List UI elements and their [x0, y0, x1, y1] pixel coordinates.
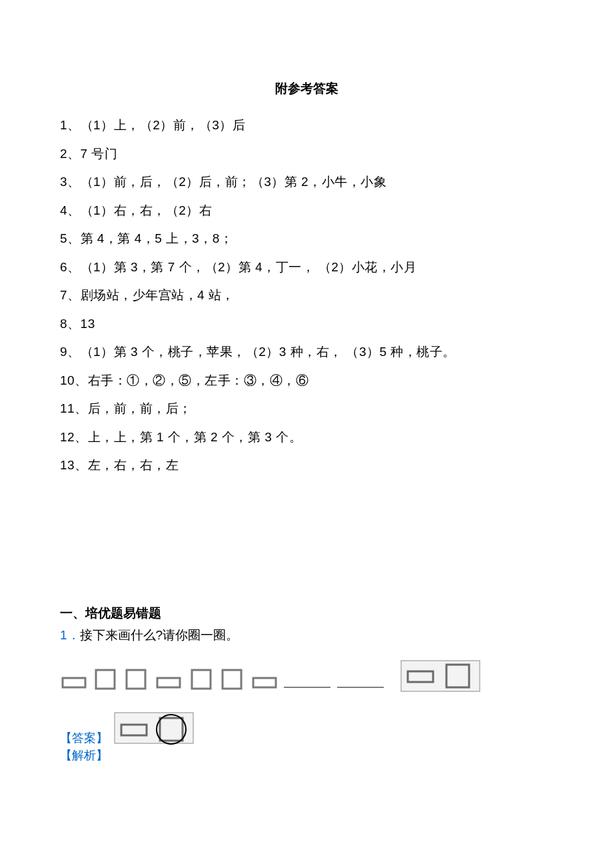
answer-line: 9、（1）第 3 个，桃子，苹果，（2）3 种，右， （3）5 种，桃子。: [60, 343, 553, 362]
answer-key-svg: [113, 710, 200, 746]
question-number: 1．: [60, 628, 80, 642]
page-title: 附参考答案: [60, 80, 553, 97]
svg-rect-4: [192, 670, 211, 689]
answer-line: 4、（1）右，右，（2）右: [60, 201, 553, 221]
svg-rect-3: [157, 678, 180, 687]
answer-line: 3、（1）前，后，（2）后，前；（3）第 2，小牛，小象: [60, 173, 553, 192]
shape-pattern-row: [60, 657, 553, 694]
section-heading: 一、培优题易错题: [60, 605, 553, 622]
answer-line: 8、13: [60, 315, 553, 334]
svg-rect-2: [127, 670, 145, 689]
svg-rect-6: [253, 678, 276, 687]
svg-rect-5: [223, 670, 241, 689]
svg-rect-0: [63, 678, 85, 687]
svg-rect-1: [96, 670, 115, 689]
answer-line: 2、7 号门: [60, 145, 553, 164]
answer-line: 6、（1）第 3，第 7 个，（2）第 4，丁一， （2）小花，小月: [60, 258, 553, 277]
shape-pattern-svg: [60, 657, 553, 694]
answer-line: 5、第 4，第 4，5 上，3，8；: [60, 229, 553, 249]
analysis-label: 【解析】: [60, 749, 553, 763]
spacing-gap: [60, 485, 553, 605]
answer-line: 12、上，上，第 1 个，第 2 个，第 3 个。: [60, 428, 553, 447]
answer-line: 13、左，右，右，左: [60, 456, 553, 475]
answer-line: 1、（1）上，（2）前，（3）后: [60, 116, 553, 135]
answer-line: 11、后，前，前，后；: [60, 399, 553, 419]
answer-line: 7、剧场站，少年宫站，4 站，: [60, 286, 553, 305]
question-text: 接下来画什么?请你圈一圈。: [80, 628, 239, 642]
page: 附参考答案 1、（1）上，（2）前，（3）后 2、7 号门 3、（1）前，后，（…: [0, 0, 613, 868]
answer-key-row: 【答案】: [60, 710, 553, 746]
answer-line: 10、右手：①，②，⑤，左手：③，④，⑥: [60, 371, 553, 391]
answer-label: 【答案】: [60, 731, 108, 746]
question-line: 1．接下来画什么?请你圈一圈。: [60, 626, 553, 645]
